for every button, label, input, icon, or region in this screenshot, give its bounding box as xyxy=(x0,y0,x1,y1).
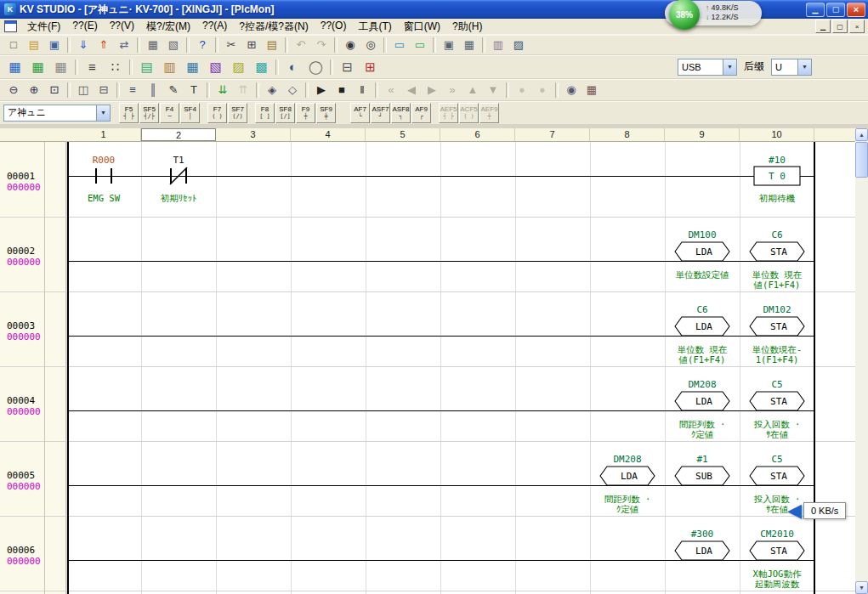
step-back-button[interactable]: ◀ xyxy=(401,81,422,99)
ladder-convert-button[interactable]: ⇊ xyxy=(213,81,233,99)
replace-button[interactable]: ◎ xyxy=(360,36,381,54)
open-file-button[interactable]: ▤ xyxy=(24,36,44,54)
restore-button[interactable]: ▢ xyxy=(826,3,845,17)
operand-label[interactable]: DM102 xyxy=(763,304,791,315)
menu-item[interactable]: 工具(T) xyxy=(352,19,397,35)
print-button[interactable]: ▦ xyxy=(143,36,163,54)
insert-row-button[interactable]: ≡ xyxy=(122,81,143,99)
rung-number[interactable]: 00004 xyxy=(7,395,35,406)
mnemonic-view-button[interactable]: ∷ xyxy=(104,56,127,78)
zoom-in-button[interactable]: ⊕ xyxy=(24,81,44,99)
plc-transfer-setup-button[interactable]: ⊟ xyxy=(336,56,359,78)
ladder-column-header[interactable]: 8 xyxy=(590,128,665,141)
mdi-document-icon[interactable] xyxy=(4,20,17,32)
rung-number[interactable]: 00002 xyxy=(7,246,35,257)
batch-monitor-button[interactable]: ▩ xyxy=(250,56,273,78)
close-button[interactable]: × xyxy=(847,3,865,17)
contact-open[interactable] xyxy=(93,166,115,186)
communication-setup-button[interactable]: ⊞ xyxy=(359,56,382,78)
scroll-up-icon[interactable]: ▲ xyxy=(855,128,868,141)
chevron-down-icon[interactable]: ▼ xyxy=(797,59,811,75)
menu-item[interactable]: 模?/宏(M) xyxy=(140,19,196,35)
rung-number[interactable]: 00003 xyxy=(7,320,35,331)
menu-item[interactable]: ??(O) xyxy=(315,19,353,35)
operand-label[interactable]: DM208 xyxy=(688,379,716,390)
mdi-minimize-button[interactable]: ▁ xyxy=(815,20,831,33)
rung-number[interactable]: 00006 xyxy=(7,545,35,556)
network-speed-badge[interactable]: 38% ↑ 49.8K/S ↓ 12.2K/S xyxy=(665,1,762,25)
step-forward-button[interactable]: ▶ xyxy=(422,81,442,99)
search-device-button[interactable]: ◈ xyxy=(262,81,282,99)
operand-label[interactable]: CM2010 xyxy=(760,529,794,540)
chevron-down-icon[interactable]: ▼ xyxy=(96,105,110,121)
editor-mode-button[interactable]: ▦ xyxy=(3,56,26,78)
ladder-column-header[interactable]: 5 xyxy=(366,128,440,141)
step-first-button[interactable]: « xyxy=(381,81,401,99)
fkey-button[interactable]: AF9 ┌ xyxy=(411,103,431,123)
operand-label[interactable]: C5 xyxy=(771,454,782,465)
zoom-fit-button[interactable]: ⊡ xyxy=(44,81,65,99)
menu-item[interactable]: ?助(H) xyxy=(446,19,488,35)
save-file-button[interactable]: ▣ xyxy=(44,36,65,54)
device-monitor-button[interactable]: ▨ xyxy=(227,56,250,78)
record-a-button[interactable]: ● xyxy=(512,81,532,99)
ladder-column-header[interactable]: 7 xyxy=(515,128,590,141)
suffix-combo[interactable]: U ▼ xyxy=(771,59,812,76)
operand-label[interactable]: C5 xyxy=(771,379,782,390)
cut-button[interactable]: ✂ xyxy=(221,36,241,54)
ladder-column-header[interactable]: 4 xyxy=(291,128,366,141)
registration-monitor-window-button[interactable]: ▭ xyxy=(410,36,430,54)
fkey-button[interactable]: F8 [ ] xyxy=(255,103,275,123)
ladder-column-header[interactable]: 2 xyxy=(141,128,216,141)
fkey-button[interactable]: SF9 ╪ xyxy=(316,103,336,123)
undo-button[interactable]: ↶ xyxy=(291,36,311,54)
simulator-mode-button[interactable]: ▦ xyxy=(49,56,72,78)
paste-button[interactable]: ▤ xyxy=(262,36,282,54)
connection-combo[interactable]: USB ▼ xyxy=(678,59,737,76)
ladder-view-button[interactable]: ≡ xyxy=(81,56,104,78)
chevron-down-icon[interactable]: ▼ xyxy=(723,59,736,75)
watch-window-button[interactable]: ◐ xyxy=(281,56,304,78)
menu-item[interactable]: ??(A) xyxy=(196,19,233,35)
read-from-plc-button[interactable]: ⇓ xyxy=(73,36,94,54)
split-horizontal-button[interactable]: ◫ xyxy=(73,81,94,99)
fkey-button[interactable]: SF4 │ xyxy=(180,103,200,123)
online-edit-button[interactable]: ◉ xyxy=(561,81,582,99)
verify-with-plc-button[interactable]: ⇄ xyxy=(114,36,134,54)
scroll-down-icon[interactable]: ▼ xyxy=(855,581,868,594)
operand-label[interactable]: C6 xyxy=(696,304,707,315)
operand-label[interactable]: DM208 xyxy=(613,454,641,465)
fkey-button[interactable]: SF8 [/] xyxy=(275,103,295,123)
cascade-windows-button[interactable]: ▣ xyxy=(439,36,459,54)
menu-item[interactable]: 窗口(W) xyxy=(398,19,446,35)
zoom-out-button[interactable]: ⊖ xyxy=(3,81,24,99)
split-vertical-button[interactable]: ⊟ xyxy=(94,81,114,99)
write-to-plc-button[interactable]: ⇑ xyxy=(94,36,114,54)
label-edit-button[interactable]: ▦ xyxy=(181,56,204,78)
fkey-button[interactable]: SF5 ┤/├ xyxy=(139,103,159,123)
mdi-close-button[interactable]: × xyxy=(849,20,865,33)
monitor-stop-button[interactable]: ■ xyxy=(332,81,352,99)
cpu-system-setting-button[interactable]: ▧ xyxy=(204,56,227,78)
ladder-column-header[interactable]: 3 xyxy=(216,128,291,141)
new-file-button[interactable]: □ xyxy=(3,36,24,54)
tile-windows-button[interactable]: ▦ xyxy=(459,36,479,54)
fkey-button[interactable]: AEF5 ┤ ├ xyxy=(439,103,458,123)
mdi-restore-button[interactable]: ▢ xyxy=(832,20,848,33)
step-last-button[interactable]: » xyxy=(442,81,462,99)
fkey-button[interactable]: F4 ─ xyxy=(160,103,179,123)
menu-item[interactable]: ?控器/模?器(N) xyxy=(233,19,314,35)
fkey-button[interactable]: F9 ┼ xyxy=(296,103,315,123)
rung-number[interactable]: 00001 xyxy=(7,171,35,182)
monitor-run-button[interactable]: ▶ xyxy=(311,81,332,99)
device-label[interactable]: T1 xyxy=(173,155,184,166)
operand-label[interactable]: #1 xyxy=(696,454,707,465)
scrollbar-thumb[interactable] xyxy=(855,142,868,178)
edit-comment-button[interactable]: ✎ xyxy=(163,81,184,99)
ladder-column-header[interactable]: 6 xyxy=(440,128,515,141)
output-window-button[interactable]: ▨ xyxy=(508,36,529,54)
redo-button[interactable]: ↷ xyxy=(311,36,332,54)
scroll-down-button[interactable]: ▼ xyxy=(483,81,503,99)
menu-item[interactable]: 文件(F) xyxy=(21,19,66,35)
record-b-button[interactable]: ● xyxy=(532,81,553,99)
